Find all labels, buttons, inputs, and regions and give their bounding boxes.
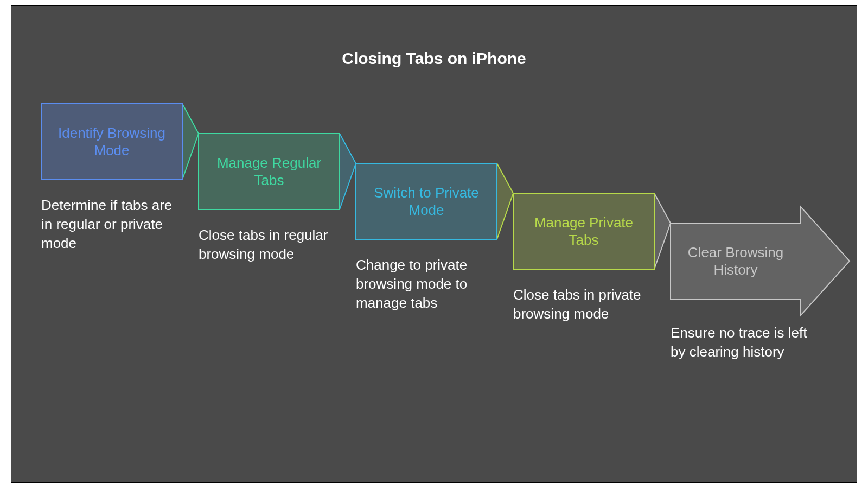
step-3-desc: Change to private browsing mode to manag… <box>356 256 497 313</box>
step-1-desc: Determine if tabs are in regular or priv… <box>41 196 182 253</box>
fold-connector-4 <box>654 193 671 269</box>
step-1-title: Identify Browsing Mode <box>41 104 182 180</box>
fold-connector-2 <box>340 134 356 209</box>
step-2-desc: Close tabs in regular browsing mode <box>199 226 340 264</box>
fold-connector-1 <box>182 104 199 180</box>
step-3-title: Switch to Private Mode <box>356 163 497 239</box>
step-5-title: Clear Browsing History <box>671 223 801 299</box>
step-4-desc: Close tabs in private browsing mode <box>513 285 654 323</box>
diagram-canvas: Closing Tabs on iPhone Identify Browsing… <box>11 5 857 483</box>
step-2-title: Manage Regular Tabs <box>199 134 340 209</box>
step-4-title: Manage Private Tabs <box>513 193 654 269</box>
step-5-desc: Ensure no trace is left by clearing hist… <box>671 323 812 361</box>
fold-connector-3 <box>497 163 513 239</box>
